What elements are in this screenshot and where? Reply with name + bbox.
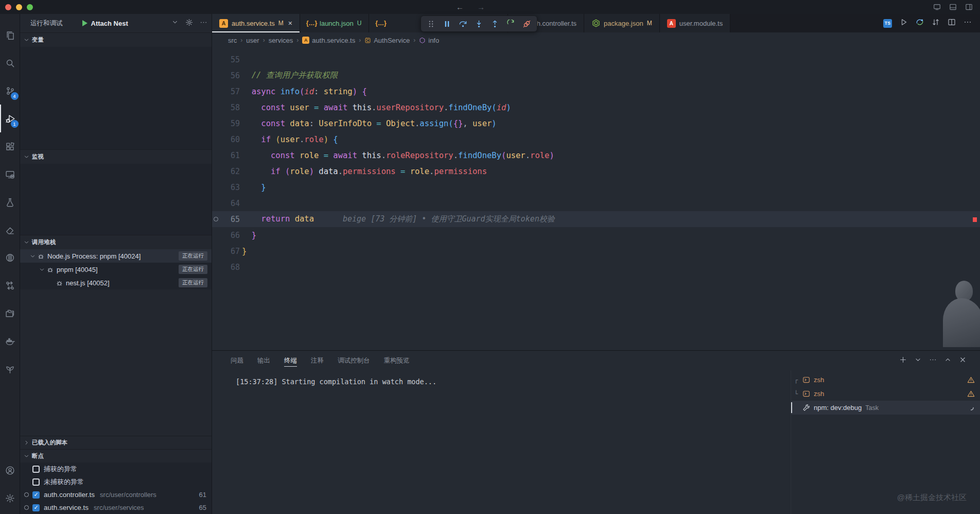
activity-run-debug-icon[interactable]: 1	[0, 105, 20, 132]
activity-testing-icon[interactable]	[0, 188, 20, 216]
activity-git-diff-icon[interactable]	[0, 271, 20, 299]
layout-sidebar-icon[interactable]	[965, 3, 973, 11]
pause-button[interactable]	[440, 17, 454, 31]
plus-icon[interactable]	[899, 356, 907, 366]
call-stack-row[interactable]: nest.js [40052]正在运行	[20, 276, 212, 289]
editor-tab-user-module-ts[interactable]: Auser.module.ts	[660, 14, 731, 32]
launch-config-dropdown-icon[interactable]	[171, 19, 179, 28]
chevron-down-icon[interactable]	[39, 266, 45, 273]
panel-tab-终端[interactable]: 终端	[284, 351, 297, 370]
code-line-58[interactable]: 58 const user = await this.userRepositor…	[212, 99, 980, 115]
activity-plant-check-icon[interactable]	[0, 355, 20, 383]
terminal-row-zsh[interactable]: └zsh	[791, 387, 980, 401]
breadcrumb-item-src[interactable]: src	[228, 37, 237, 44]
code-line-61[interactable]: 61 const role = await this.roleRepositor…	[212, 147, 980, 163]
start-debug-button[interactable]: Attach Nest	[82, 20, 128, 27]
nav-forward-icon[interactable]: →	[477, 3, 485, 11]
minimize-window-button[interactable]	[16, 4, 22, 10]
step-into-button[interactable]	[472, 17, 486, 31]
exception-breakpoint-row[interactable]: 捕获的异常	[20, 462, 212, 475]
code-line-60[interactable]: 60 if (user.role) {	[212, 131, 980, 147]
checkbox[interactable]	[32, 478, 40, 486]
code-line-63[interactable]: 63 }	[212, 179, 980, 195]
section-watch[interactable]: 监视	[20, 149, 212, 164]
editor-tab-launch-json[interactable]: {…}launch.jsonU	[300, 14, 369, 32]
section-call-stack[interactable]: 调用堆栈	[20, 235, 212, 249]
file-breakpoint-row[interactable]: ✓auth.controller.tssrc/user/controllers6…	[20, 488, 212, 501]
step-out-button[interactable]	[488, 17, 502, 31]
chevron-down-icon[interactable]	[914, 356, 922, 366]
code-line-67[interactable]: 67}	[212, 243, 980, 259]
code-line-59[interactable]: 59 const data: UserInfoDto = Object.assi…	[212, 115, 980, 131]
swap-icon[interactable]	[932, 18, 940, 28]
configure-gear-icon[interactable]	[185, 19, 193, 28]
breakpoint-gutter[interactable]	[212, 217, 219, 221]
activity-database-icon[interactable]	[0, 244, 20, 271]
breadcrumb-item-info[interactable]: info	[419, 37, 439, 44]
terminal-row-zsh[interactable]: ┌zsh	[791, 373, 980, 387]
chevron-down-icon[interactable]	[29, 253, 36, 260]
activity-docker-icon[interactable]	[0, 327, 20, 355]
activity-source-control-icon[interactable]: 4	[0, 77, 20, 105]
close-icon[interactable]: ×	[288, 19, 292, 27]
layout-panel-icon[interactable]	[949, 3, 957, 11]
close-icon[interactable]	[959, 356, 967, 366]
ts-language-badge[interactable]: TS	[883, 19, 892, 28]
breadcrumb-item-authservice[interactable]: AuthService	[364, 37, 410, 44]
restart-button[interactable]	[504, 17, 518, 31]
call-stack-row[interactable]: Node.js Process: pnpm [40024]正在运行	[20, 249, 212, 263]
activity-search-icon[interactable]	[0, 49, 20, 77]
drag-handle-button[interactable]	[424, 17, 438, 31]
activity-remote-icon[interactable]	[0, 160, 20, 188]
panel-tab-问题[interactable]: 问题	[231, 351, 243, 370]
breadcrumb-item-user[interactable]: user	[246, 37, 259, 44]
disconnect-button[interactable]	[520, 17, 534, 31]
panel-tab-调试控制台[interactable]: 调试控制台	[338, 351, 370, 370]
chevron-up-icon[interactable]	[944, 356, 952, 366]
monitor-icon[interactable]	[933, 3, 941, 11]
activity-extensions-icon[interactable]	[0, 132, 20, 160]
editor-tab-auth-service-ts[interactable]: Aauth.service.tsM×	[212, 14, 300, 32]
exception-breakpoint-row[interactable]: 未捕获的异常	[20, 475, 212, 488]
checkbox-checked[interactable]: ✓	[32, 491, 40, 499]
section-breakpoints[interactable]: 断点	[20, 449, 212, 462]
breadcrumb-item-services[interactable]: services	[269, 37, 293, 44]
code-line-66[interactable]: 66 }	[212, 227, 980, 243]
code-editor[interactable]: 5556 // 查询用户并获取权限57 async info(id: strin…	[212, 48, 980, 350]
close-window-button[interactable]	[5, 4, 11, 10]
terminal-output[interactable]: [15:37:28] Starting compilation in watch…	[212, 370, 791, 514]
panel-tab-注释[interactable]: 注释	[311, 351, 324, 370]
play-icon[interactable]	[900, 18, 908, 28]
code-line-68[interactable]: 68	[212, 259, 980, 275]
call-stack-row[interactable]: pnpm [40045]正在运行	[20, 263, 212, 276]
breadcrumb-item-auth-service-ts[interactable]: Aauth.service.ts	[302, 37, 355, 44]
panel-tab-重构预览[interactable]: 重构预览	[384, 351, 410, 370]
activity-folders-icon[interactable]	[0, 299, 20, 327]
activity-explorer-icon[interactable]	[0, 21, 20, 49]
code-line-55[interactable]: 55	[212, 52, 980, 67]
code-line-65[interactable]: 65 return databeige [73 分钟前] • 使用守卫Guard…	[212, 211, 980, 227]
section-loaded-scripts[interactable]: 已载入的脚本	[20, 436, 212, 449]
checkbox[interactable]	[32, 466, 40, 473]
activity-account-icon[interactable]	[0, 456, 20, 484]
code-line-64[interactable]: 64	[212, 195, 980, 211]
checkbox-checked[interactable]: ✓	[32, 504, 40, 511]
code-line-62[interactable]: 62 if (role) data.permissions = role.per…	[212, 163, 980, 179]
activity-settings-icon[interactable]	[0, 484, 20, 512]
maximize-window-button[interactable]	[27, 4, 33, 10]
split-icon[interactable]	[948, 18, 956, 28]
kebab-icon[interactable]	[964, 18, 972, 28]
panel-tab-输出[interactable]: 输出	[257, 351, 270, 370]
sidebar-more-icon[interactable]	[200, 19, 207, 28]
editor-tab-package-json[interactable]: package.jsonM	[584, 14, 660, 32]
file-breakpoint-row[interactable]: ✓auth.service.tssrc/user/services65	[20, 501, 212, 514]
code-line-56[interactable]: 56 // 查询用户并获取权限	[212, 67, 980, 83]
kebab-icon[interactable]	[929, 356, 937, 366]
run-coverage-icon[interactable]	[916, 18, 924, 28]
terminal-row-npm-dev-debug[interactable]: npm: dev:debugTask	[791, 401, 980, 415]
nav-back-icon[interactable]: ←	[456, 3, 464, 11]
step-over-button[interactable]	[456, 17, 470, 31]
section-variables[interactable]: 变量	[20, 32, 212, 47]
activity-eraser-icon[interactable]	[0, 216, 20, 244]
code-line-57[interactable]: 57 async info(id: string) {	[212, 83, 980, 99]
